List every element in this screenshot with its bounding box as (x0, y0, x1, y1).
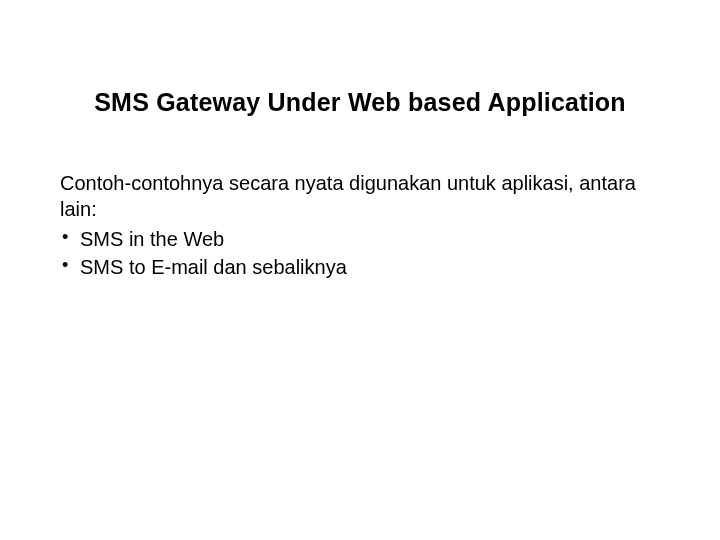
list-item: SMS to E-mail dan sebaliknya (60, 254, 660, 280)
bullet-list: SMS in the Web SMS to E-mail dan sebalik… (60, 226, 660, 280)
list-item-text: SMS in the Web (80, 228, 224, 250)
slide: SMS Gateway Under Web based Application … (0, 0, 720, 540)
list-item-text: SMS to E-mail dan sebaliknya (80, 256, 347, 278)
slide-title: SMS Gateway Under Web based Application (0, 88, 720, 117)
list-item: SMS in the Web (60, 226, 660, 252)
slide-body: Contoh-contohnya secara nyata digunakan … (60, 170, 660, 282)
intro-text: Contoh-contohnya secara nyata digunakan … (60, 170, 660, 222)
